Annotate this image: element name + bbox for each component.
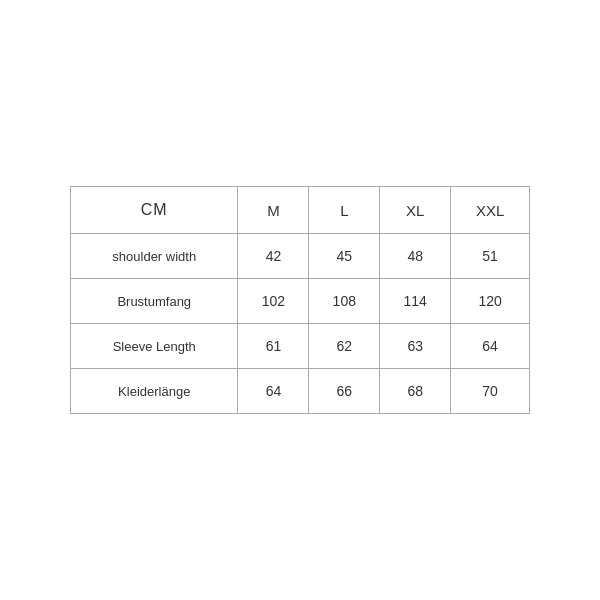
unit-header: CM xyxy=(71,187,238,234)
cell-0-2: 48 xyxy=(380,234,451,279)
cell-1-2: 114 xyxy=(380,279,451,324)
cell-0-1: 45 xyxy=(309,234,380,279)
cell-0-0: 42 xyxy=(238,234,309,279)
table-row: Kleiderlänge64666870 xyxy=(71,369,530,414)
table-row: shoulder width42454851 xyxy=(71,234,530,279)
cell-1-3: 120 xyxy=(451,279,530,324)
row-label-0: shoulder width xyxy=(71,234,238,279)
cell-2-3: 64 xyxy=(451,324,530,369)
size-header-xl: XL xyxy=(380,187,451,234)
cell-3-0: 64 xyxy=(238,369,309,414)
cell-3-3: 70 xyxy=(451,369,530,414)
table-header-row: CM M L XL XXL xyxy=(71,187,530,234)
size-header-xxl: XXL xyxy=(451,187,530,234)
size-header-m: M xyxy=(238,187,309,234)
cell-2-2: 63 xyxy=(380,324,451,369)
cell-1-1: 108 xyxy=(309,279,380,324)
cell-1-0: 102 xyxy=(238,279,309,324)
table-row: Brustumfang102108114120 xyxy=(71,279,530,324)
cell-2-1: 62 xyxy=(309,324,380,369)
cell-3-2: 68 xyxy=(380,369,451,414)
size-header-l: L xyxy=(309,187,380,234)
row-label-3: Kleiderlänge xyxy=(71,369,238,414)
cell-3-1: 66 xyxy=(309,369,380,414)
row-label-1: Brustumfang xyxy=(71,279,238,324)
table-row: Sleeve Length61626364 xyxy=(71,324,530,369)
row-label-2: Sleeve Length xyxy=(71,324,238,369)
cell-2-0: 61 xyxy=(238,324,309,369)
size-chart-container: CM M L XL XXL shoulder width42454851Brus… xyxy=(70,186,530,414)
cell-0-3: 51 xyxy=(451,234,530,279)
size-chart-table: CM M L XL XXL shoulder width42454851Brus… xyxy=(70,186,530,414)
